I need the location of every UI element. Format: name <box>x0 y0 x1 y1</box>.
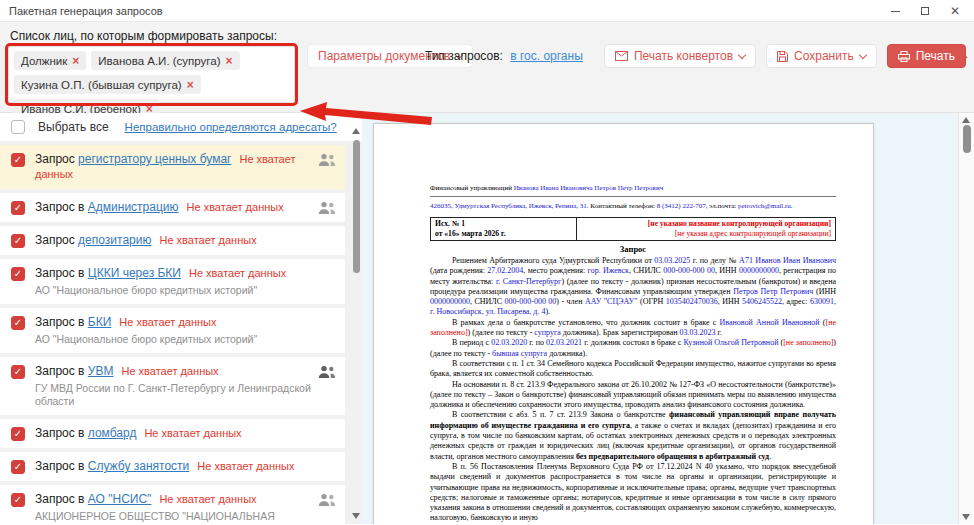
request-list-item[interactable]: ✓Запрос в ЦККИ через БКИНе хватает данны… <box>0 259 345 304</box>
item-checkbox[interactable]: ✓ <box>11 201 25 215</box>
item-title: Запрос в УВМНе хватает данных <box>35 364 313 379</box>
document-title: Запрос <box>430 244 836 254</box>
document-preview-area: Финансовый управляющий Иванова Ивана Ива… <box>362 113 958 524</box>
list-scrollbar[interactable] <box>351 127 362 524</box>
scroll-up-icon[interactable] <box>962 116 971 124</box>
request-list-item[interactable]: ✓Запрос в ломбардНе хватает данных <box>0 419 345 448</box>
document-paragraph: В п. 56 Постановления Пленума Верховного… <box>430 462 836 524</box>
item-subtitle: ГУ МВД России по Г. Санкт-Петербургу и Л… <box>35 382 313 408</box>
chip-remove-icon[interactable]: × <box>226 54 233 68</box>
document-paragraph: В период с 02.03.2020 г. по 02.03.2021 г… <box>430 338 836 359</box>
request-list-item[interactable]: ✓Запрос регистратору ценных бумагНе хват… <box>0 145 345 189</box>
save-button[interactable]: Сохранить <box>766 44 877 68</box>
list-scrollbar-thumb[interactable] <box>353 140 360 273</box>
people-icon <box>317 201 337 215</box>
people-icon <box>317 493 337 507</box>
missing-data-label: Не хватает данных <box>197 460 294 472</box>
request-list-item[interactable]: ✓Запрос в Службу занятостиНе хватает дан… <box>0 452 345 481</box>
request-type-link[interactable]: в гос. органы <box>510 49 583 63</box>
item-link[interactable]: УВМ <box>88 364 114 378</box>
request-list-item[interactable]: ✓Запрос в АдминистрациюНе хватает данных <box>0 193 345 222</box>
request-list: ✓Запрос регистратору ценных бумагНе хват… <box>0 145 362 524</box>
request-list-item[interactable]: ✓Запрос в УВМНе хватает данныхГУ МВД Рос… <box>0 357 345 415</box>
missing-data-label: Не хватает данных <box>121 365 218 377</box>
chip-remove-icon[interactable]: × <box>72 54 79 68</box>
annotation-arrow-icon <box>300 102 432 128</box>
people-icon <box>317 365 337 379</box>
print-envelopes-button[interactable]: Печать конвертов <box>604 44 756 68</box>
item-subtitle: АО "Национальное бюро кредитных историй" <box>35 284 333 297</box>
item-title: Запрос регистратору ценных бумагНе хвата… <box>35 152 313 182</box>
scroll-down-icon[interactable] <box>962 513 971 521</box>
main-content: Выбрать все Неправильно определяются адр… <box>0 113 974 524</box>
item-checkbox[interactable]: ✓ <box>11 493 25 507</box>
print-button[interactable]: Печать <box>887 44 966 68</box>
item-prefix: Запрос в <box>35 492 88 506</box>
document-header-line: Финансовый управляющий Иванова Ивана Ива… <box>430 184 836 194</box>
item-prefix: Запрос в <box>35 364 88 378</box>
persons-list-label: Список лиц, по которым формировать запро… <box>10 29 277 43</box>
item-link[interactable]: Службу занятости <box>88 459 189 473</box>
item-link[interactable]: депозитарию <box>78 233 151 247</box>
toolbar-actions: Печать конвертов Сохранить Печать <box>604 44 966 68</box>
maximize-button[interactable] <box>910 0 940 22</box>
document-paragraph: В соответствии с п. 1 ст. 34 Семейного к… <box>430 359 836 380</box>
title-bar: Пакетная генерация запросов ✕ <box>0 0 974 22</box>
item-link[interactable]: ЦККИ через БКИ <box>88 266 181 280</box>
window-title: Пакетная генерация запросов <box>9 5 163 17</box>
item-link[interactable]: АО "НСИС" <box>88 492 152 506</box>
addressee-cell: [не указано название контролирующей орга… <box>576 218 835 241</box>
item-prefix: Запрос в <box>35 459 88 473</box>
printer-icon <box>898 51 910 62</box>
person-chip[interactable]: Кузина О.П. (бывшая супруга)× <box>14 75 201 94</box>
requests-panel: Выбрать все Неправильно определяются адр… <box>0 113 362 524</box>
document-paragraph: На основании п. 8 ст. 213.9 Федерального… <box>430 380 836 411</box>
missing-data-label: Не хватает данных <box>119 316 216 328</box>
person-chip[interactable]: Иванова А.И. (супруга)× <box>91 51 239 70</box>
item-subtitle: АКЦИОНЕРНОЕ ОБЩЕСТВО "НАЦИОНАЛЬНАЯ СТРАХ… <box>35 510 313 524</box>
item-checkbox[interactable]: ✓ <box>11 427 25 441</box>
reference-table: Исх. № 1от «16» марта 2026 г.[не указано… <box>430 217 836 241</box>
document-paragraph: В рамках дела о банкротстве установлено,… <box>430 318 836 339</box>
preview-scrollbar-thumb[interactable] <box>963 125 971 153</box>
minimize-button[interactable] <box>880 0 910 22</box>
chip-remove-icon[interactable]: × <box>187 78 194 92</box>
divider <box>430 196 836 197</box>
scroll-down-icon[interactable] <box>352 512 361 520</box>
person-chip-label: Кузина О.П. (бывшая супруга) <box>21 79 182 91</box>
close-button[interactable]: ✕ <box>940 0 970 22</box>
item-checkbox[interactable]: ✓ <box>11 316 25 330</box>
item-title: Запрос в ЦККИ через БКИНе хватает данных <box>35 266 333 281</box>
item-link[interactable]: ломбард <box>88 426 137 440</box>
item-title: Запрос в АО "НСИС"Не хватает данных <box>35 492 313 507</box>
request-type-label: Тип запросов: <box>425 49 503 63</box>
document-paragraph: Решением Арбитражного суда Удмуртской Ре… <box>430 256 836 318</box>
missing-data-label: Не хватает данных <box>159 493 256 505</box>
item-checkbox[interactable]: ✓ <box>11 234 25 248</box>
people-icon <box>317 153 337 167</box>
item-title: Запрос в ломбардНе хватает данных <box>35 426 333 441</box>
item-checkbox[interactable]: ✓ <box>11 365 25 379</box>
request-list-item[interactable]: ✓Запрос в АО "НСИС"Не хватает данныхАКЦИ… <box>0 485 345 524</box>
persons-multiselect[interactable]: Должник×Иванова А.И. (супруга)×Кузина О.… <box>8 46 295 103</box>
item-link[interactable]: БКИ <box>88 315 112 329</box>
request-list-item[interactable]: ✓Запрос депозитариюНе хватает данных <box>0 226 345 255</box>
print-label: Печать <box>916 49 955 63</box>
scroll-up-icon[interactable] <box>352 127 361 135</box>
select-all-checkbox[interactable] <box>11 120 25 134</box>
item-link[interactable]: регистратору ценных бумаг <box>78 152 231 166</box>
request-type: Тип запросов: в гос. органы <box>425 49 583 63</box>
item-link[interactable]: Администрацию <box>88 200 179 214</box>
item-prefix: Запрос в <box>35 315 88 329</box>
preview-scrollbar[interactable] <box>958 113 974 524</box>
missing-data-label: Не хватает данных <box>189 267 286 279</box>
item-title: Запрос в АдминистрациюНе хватает данных <box>35 200 313 215</box>
person-chip[interactable]: Должник× <box>14 51 86 70</box>
item-checkbox[interactable]: ✓ <box>11 153 25 167</box>
item-checkbox[interactable]: ✓ <box>11 267 25 281</box>
item-checkbox[interactable]: ✓ <box>11 460 25 474</box>
request-list-item[interactable]: ✓Запрос в БКИНе хватает данныхАО "Национ… <box>0 308 345 353</box>
chevron-down-icon <box>738 50 746 58</box>
person-chip-label: Иванова А.И. (супруга) <box>98 55 220 67</box>
envelope-icon <box>615 51 628 61</box>
